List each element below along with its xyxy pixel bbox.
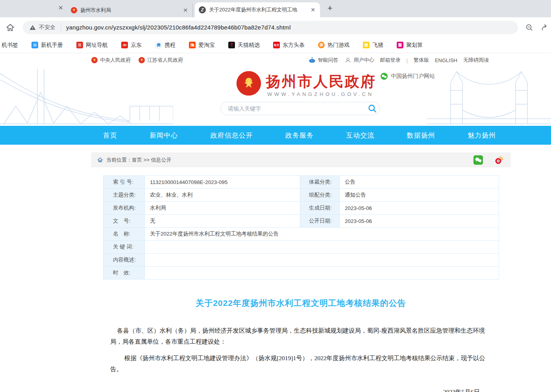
mail-login-link[interactable]: 邮箱登录 — [380, 57, 401, 64]
close-tab-icon[interactable]: ✕ — [58, 4, 63, 11]
nav-item-services[interactable]: 政务服务 — [285, 131, 314, 140]
robot-icon — [309, 57, 316, 64]
bookmark-label: 京东 — [131, 42, 142, 49]
bookmark-label: 新机手册 — [41, 42, 63, 49]
bookmark-item[interactable]: 游 热门游戏 — [318, 42, 349, 49]
site-url-caption: WWW.YANGZHOU.GOV.CN — [267, 91, 374, 97]
accessibility-link[interactable]: 无障碍阅读 — [463, 57, 489, 64]
close-tab-icon[interactable]: ✕ — [310, 7, 316, 13]
not-secure-warning-icon[interactable] — [29, 24, 36, 31]
table-row: 内容概述: — [104, 254, 499, 267]
search-icon[interactable] — [367, 103, 377, 114]
close-tab-icon[interactable]: ✕ — [182, 7, 189, 13]
portal-badge[interactable]: 中国扬州门户网站 — [381, 73, 435, 80]
security-label: 不安全 — [39, 24, 55, 31]
site-title: 扬州市人民政府 — [266, 72, 376, 92]
url-field[interactable]: 不安全 yangzhou.gov.cn/yzszxxgk/slj/202305/… — [23, 21, 518, 34]
bookmark-label: 飞猪 — [372, 42, 383, 49]
header-illustration-right — [427, 67, 551, 126]
bookmark-item[interactable]: ▤ 新机手册 — [31, 42, 63, 49]
bookmark-item[interactable]: T 天猫精选 — [228, 42, 260, 49]
taobao-favicon-icon: 淘 — [189, 42, 196, 48]
table-row: 发布机构: 水利局 生成日期: 2023-05-06 — [104, 202, 499, 215]
bookmark-item[interactable]: 淘 爱淘宝 — [189, 42, 215, 49]
nav-item-charm[interactable]: 魅力扬州 — [468, 131, 496, 140]
bookmark-item[interactable]: 机书签 — [2, 42, 18, 49]
site-header: ★ 中央人民政府 ★ 江苏省人民政府 智能问答 — [0, 53, 551, 126]
home-icon[interactable] — [97, 157, 103, 163]
english-version-link[interactable]: ENGLISH — [435, 57, 457, 63]
title-label: 名 称: — [104, 228, 145, 241]
manual-favicon-icon: ▤ — [31, 42, 38, 48]
keywords-value — [145, 241, 499, 254]
user-center-link[interactable]: 用户中心 — [344, 57, 374, 64]
keywords-label: 关 键 词: — [104, 241, 145, 254]
bookmark-item[interactable]: 猪 飞猪 — [363, 42, 383, 49]
gov-link-label: 中央人民政府 — [100, 57, 131, 64]
bookmark-item[interactable]: 聚 聚划算 — [397, 42, 423, 49]
url-text: yangzhou.gov.cn/yzszxxgk/slj/202305/210c… — [66, 24, 291, 31]
gov-emblem-icon: ★ — [91, 57, 98, 63]
browser-address-bar: 不安全 yangzhou.gov.cn/yzszxxgk/slj/202305/… — [0, 17, 551, 37]
gov-link-label: 江苏省人民政府 — [147, 57, 183, 64]
breadcrumb-text[interactable]: 当前位置：首页 >> 信息公开 — [106, 156, 473, 164]
table-row: 文 号: 无 公开日期: 2023-05-06 — [104, 215, 499, 228]
search-input[interactable] — [228, 105, 367, 112]
summary-label: 内容概述: — [104, 254, 145, 267]
nav-item-interaction[interactable]: 互动交流 — [346, 131, 374, 140]
table-row: 名 称: 关于2022年度扬州市水利工程文明工地考核结果的公告 — [104, 228, 499, 241]
weibo-share-icon[interactable] — [494, 155, 504, 165]
agency-label: 发布机构: — [104, 202, 145, 215]
bookmark-label: 聚划算 — [406, 42, 423, 49]
traditional-version-link[interactable]: 繁体版 — [414, 57, 429, 64]
bookmark-item[interactable]: JD 京东 — [121, 42, 142, 49]
bookmark-item[interactable]: 汉 网址导航 — [76, 42, 108, 49]
bookmark-item[interactable]: 东方 东方头条 — [273, 42, 305, 49]
zoom-out-icon[interactable] — [525, 23, 534, 32]
gov-emblem-favicon-icon: ★ — [71, 7, 77, 13]
nav-site-favicon-icon: 汉 — [76, 42, 83, 48]
new-tab-button[interactable]: + — [327, 3, 333, 13]
smart-qa-link[interactable]: 智能问答 — [309, 57, 338, 64]
tmall-favicon-icon: T — [228, 42, 235, 48]
browser-tab-bar: ✕ ★ 扬州市水利局 ✕ Z 关于2022年度扬州市水利工程文明工地 ✕ + — [0, 0, 551, 17]
article-paragraph: 根据《扬州市水利工程文明工地建设管理办法》（扬水规[2019]1号），2022年… — [110, 353, 492, 375]
fliggy-favicon-icon: 猪 — [363, 42, 370, 48]
bookmarks-bar: 机书签 ▤ 新机手册 汉 网址导航 JD 京东 携 携程 淘 爱淘宝 T 天猫精… — [0, 37, 551, 53]
home-icon[interactable] — [6, 23, 15, 32]
created-date-value: 2023-05-06 — [340, 202, 499, 215]
article-body: 关于2022年度扬州市水利工程文明工地考核结果的公告 各县（市、区）水利（务）局… — [91, 298, 510, 392]
table-row: 关 键 词: — [104, 241, 499, 254]
article-paragraph: 各县（市、区）水利（务）局，扬州经济开发区城乡事务管理局，生态科技新城规划建设局… — [110, 325, 492, 347]
tab-yangzhou-water-bureau[interactable]: ★ 扬州市水利局 ✕ — [67, 3, 193, 17]
summary-value — [145, 254, 499, 267]
bookmark-label: 携程 — [165, 42, 176, 49]
wechat-share-icon[interactable] — [473, 155, 483, 165]
bookmark-label: 机书签 — [2, 42, 18, 49]
jiangsu-gov-link[interactable]: ★ 江苏省人民政府 — [139, 57, 183, 64]
table-row: 主题分类: 农业、林业、水利 组配分类: 通知公告 — [104, 189, 499, 202]
nav-item-data[interactable]: 数据扬州 — [407, 131, 435, 140]
share-icon[interactable] — [541, 23, 549, 32]
doc-number-value: 无 — [145, 215, 300, 228]
nav-item-home[interactable]: 首页 — [103, 131, 117, 140]
bookmark-label: 天猫精选 — [238, 42, 260, 49]
bookmark-label: 东方头条 — [283, 42, 305, 49]
user-icon — [344, 57, 351, 64]
tab-announcement-active[interactable]: Z 关于2022年度扬州市水利工程文明工地 ✕ — [195, 2, 320, 17]
nav-item-info-disclosure[interactable]: 政府信息公开 — [211, 131, 253, 140]
document-metadata-table: 索 引 号: 11321000014407098E-2023-095 体裁分类:… — [103, 175, 499, 280]
gov-links-bar: ★ 中央人民政府 ★ 江苏省人民政府 智能问答 — [91, 57, 489, 64]
title-value: 关于2022年度扬州市水利工程文明工地考核结果的公告 — [145, 228, 499, 241]
content-panel: 当前位置：首页 >> 信息公开 索 引 号: 11321000014407098… — [91, 153, 510, 392]
bookmark-label: 爱淘宝 — [198, 42, 215, 49]
nav-item-news[interactable]: 新闻中心 — [150, 131, 178, 140]
central-gov-link[interactable]: ★ 中央人民政府 — [91, 57, 131, 64]
validity-label: 时 效: — [104, 267, 145, 280]
divider: | — [407, 57, 408, 63]
agency-value: 水利局 — [145, 202, 300, 215]
site-favicon-icon: Z — [199, 6, 206, 13]
main-navigation: 首页 新闻中心 政府信息公开 政务服务 互动交流 数据扬州 魅力扬州 — [0, 126, 551, 145]
bookmark-label: 热门游戏 — [327, 42, 349, 49]
bookmark-item[interactable]: 携 携程 — [155, 42, 176, 49]
